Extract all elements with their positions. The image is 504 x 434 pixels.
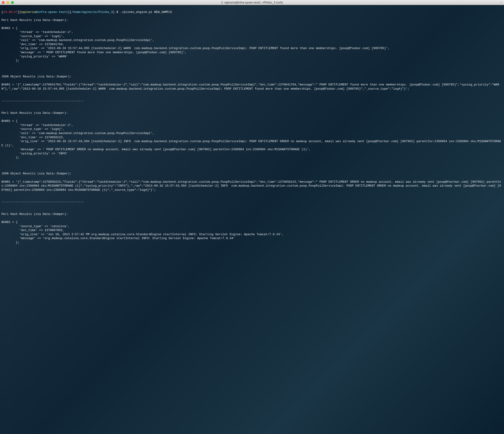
output-block3-header: Perl Hash Results (via Data::Dumper): xyxy=(1,111,503,115)
expand-icon[interactable]: ⤢ xyxy=(500,1,502,4)
maximize-button[interactable] xyxy=(11,1,14,4)
output-sep1: ----------------------------------------… xyxy=(1,99,503,103)
prompt-host: infra-opsec-test1 xyxy=(37,10,68,14)
close-button[interactable] xyxy=(2,1,5,4)
prompt-line: [13:20:27][eginorio@infra-opsec-test1][/… xyxy=(1,10,172,14)
output-block5-header: Perl Hash Results (via Data::Dumper): xyxy=(1,212,503,216)
minimize-button[interactable] xyxy=(7,1,9,4)
terminal-content[interactable]: [13:20:27][eginorio@infra-opsec-test1][/… xyxy=(0,5,504,250)
bracket: [ xyxy=(1,10,3,14)
output-block5-body: $VAR1 = { 'source_type' => 'catalina', '… xyxy=(1,220,503,244)
output-block3-body: $VAR1 = { 'thread' => 'taskScheduler-2',… xyxy=(1,119,503,159)
prompt-time: 13:20:27 xyxy=(3,10,18,14)
output-block1-header: Perl Hash Results (via Data::Dumper): xyxy=(1,18,503,22)
bracket: ] $ xyxy=(113,10,120,14)
output-block2-header: JSON Object Resutls (via Data::Dumper): xyxy=(1,75,503,79)
output-block1-body: $VAR1 = { 'thread' => 'taskScheduler-2',… xyxy=(1,26,503,63)
prompt-cwd: /home/eginorio/Plinko_3 xyxy=(72,10,113,14)
bracket: ][ xyxy=(18,10,21,14)
prompt-user: eginorio xyxy=(21,10,36,14)
traffic-lights xyxy=(2,1,14,4)
output-block4-header: JSON Object Resutls (via Data::Dumper): xyxy=(1,172,503,176)
prompt-at: @ xyxy=(36,10,37,14)
window-titlebar: 2. eginorio@infra-opsec-test1:~/Plinko_3… xyxy=(0,0,504,5)
output-sep2: ----------------------------------------… xyxy=(1,200,503,204)
prompt-command: ./plinko_engine.pl NEW_SAMPLE xyxy=(120,10,172,14)
window-title: 2. eginorio@infra-opsec-test1:~/Plinko_3… xyxy=(221,1,283,4)
output-block4-body: $VAR1 = '{"_timestamp":1370856223,"field… xyxy=(1,180,503,192)
bracket: ][ xyxy=(68,10,72,14)
output-block2-body: $VAR1 = '{"_timestamp":1370841764,"field… xyxy=(1,83,503,91)
